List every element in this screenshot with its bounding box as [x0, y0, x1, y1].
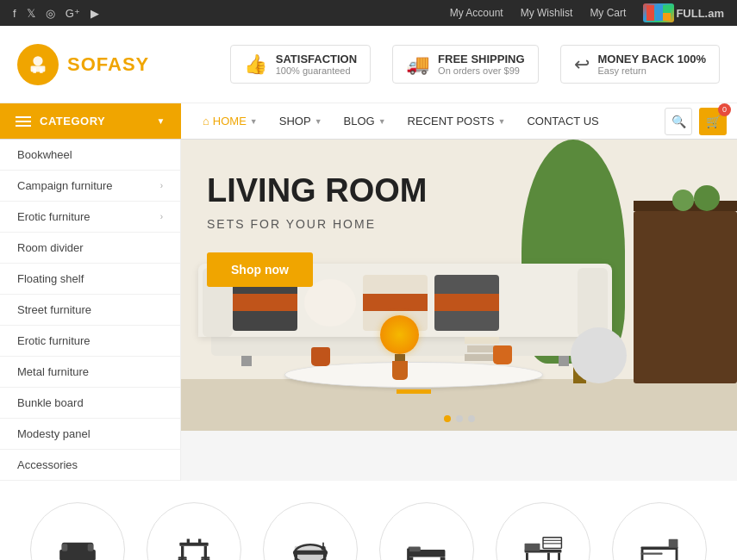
cat-bed-room[interactable]: BED ROOM — [254, 502, 366, 560]
sidebar-label-campaign: Campaign furniture — [17, 179, 113, 192]
pillow-3-stripe — [363, 294, 428, 311]
svg-rect-14 — [179, 543, 208, 546]
sidebar-label-erotic1: Erotic furniture — [17, 210, 91, 223]
cat-office[interactable]: OFFICE — [603, 502, 715, 560]
nav-shop-caret: ▼ — [315, 117, 322, 126]
svg-rect-3 — [663, 13, 671, 21]
svg-rect-28 — [295, 552, 297, 561]
pillow-4 — [434, 275, 499, 331]
cat-bath-room[interactable]: BATH ROOM — [371, 502, 483, 560]
feature-moneyback-title: MONEY BACK 100% — [598, 53, 706, 65]
sidebar-label-metal: Metal furniture — [17, 365, 89, 378]
dot-1[interactable] — [444, 415, 451, 422]
svg-rect-47 — [641, 550, 644, 560]
bg-cabinet — [634, 211, 737, 383]
nav-home[interactable]: ⌂ HOME ▼ — [194, 103, 266, 140]
sidebar-item-bookwheel[interactable]: Bookwheel — [0, 140, 180, 171]
cat-dining-room[interactable]: DINING ROOM — [138, 502, 250, 560]
cat-circle-dining — [147, 502, 241, 560]
dot-2[interactable] — [456, 415, 463, 422]
hero-title: LIVING ROOM — [207, 174, 427, 207]
feature-satisfaction-text: SATISFACTION 100% guaranteed — [276, 53, 357, 76]
svg-rect-41 — [547, 553, 550, 560]
big-pot — [571, 327, 627, 383]
category-button[interactable]: CATEGORY ▼ — [0, 103, 181, 139]
feature-shipping-title: FREE SHIPPING — [438, 53, 524, 65]
svg-rect-5 — [31, 65, 46, 72]
sidebar-item-accessories[interactable]: Accessories — [0, 450, 180, 481]
sidebar-label-modesty: Modesty panel — [17, 427, 91, 440]
my-wishlist-link[interactable]: My Wishlist — [521, 7, 573, 19]
svg-rect-31 — [322, 543, 324, 550]
full-logo-text: FULL.am — [676, 7, 724, 20]
svg-rect-46 — [669, 539, 678, 548]
gplus-icon[interactable]: G⁺ — [66, 7, 80, 20]
cat-class-room[interactable]: CLASS ROOM — [487, 502, 599, 560]
my-cart-link[interactable]: My Cart — [590, 7, 626, 19]
hero-subtitle: SETS FOR YOUR HOME — [207, 217, 427, 231]
cat-circle-living — [30, 502, 125, 560]
facebook-icon[interactable]: f — [13, 7, 16, 20]
main-content: Bookwheel Campaign furniture › Erotic fu… — [0, 140, 737, 481]
nav-right: 🔍 🛒 0 — [654, 103, 737, 139]
header: SOFASY 👍 SATISFACTION 100% guaranteed 🚚 … — [0, 26, 737, 103]
book-1 — [465, 337, 499, 344]
nav-blog[interactable]: BLOG ▼ — [335, 103, 395, 140]
cart-badge: 0 — [718, 103, 731, 116]
cat-living-room[interactable]: LIVING ROOM — [22, 502, 134, 560]
sidebar-item-bunkle[interactable]: Bunkle board — [0, 388, 180, 419]
sidebar-item-campaign[interactable]: Campaign furniture › — [0, 171, 180, 202]
home-icon: ⌂ — [203, 115, 209, 128]
svg-rect-33 — [409, 546, 421, 551]
svg-rect-18 — [198, 539, 201, 544]
cart-button[interactable]: 🛒 0 — [699, 108, 727, 135]
search-button[interactable]: 🔍 — [665, 108, 692, 135]
nav-blog-label: BLOG — [344, 115, 375, 128]
sidebar-item-erotic2[interactable]: Erotic furniture — [0, 326, 180, 357]
sidebar-item-erotic1[interactable]: Erotic furniture › — [0, 202, 180, 233]
svg-rect-0 — [646, 5, 654, 21]
coffee-table — [284, 362, 543, 388]
thumbsup-icon: 👍 — [244, 53, 267, 76]
feature-satisfaction-title: SATISFACTION — [276, 53, 357, 65]
svg-rect-42 — [543, 538, 561, 549]
my-account-link[interactable]: My Account — [450, 7, 503, 19]
orange-progress-bar — [397, 389, 431, 394]
full-logo: FULL.am — [643, 3, 724, 22]
nav-bar: CATEGORY ▼ ⌂ HOME ▼ SHOP ▼ BLOG ▼ RECENT… — [0, 103, 737, 140]
social-links: f 𝕏 ◎ G⁺ ▶ — [13, 7, 99, 20]
youtube-icon[interactable]: ▶ — [91, 7, 99, 20]
sidebar-item-modesty[interactable]: Modesty panel — [0, 419, 180, 450]
sidebar: Bookwheel Campaign furniture › Erotic fu… — [0, 140, 181, 481]
brand-name: SOFASY — [67, 53, 149, 76]
sidebar-label-bookwheel: Bookwheel — [17, 148, 72, 161]
feature-moneyback: ↩ MONEY BACK 100% Easy return — [560, 45, 720, 84]
sidebar-label-floating: Floating shelf — [17, 272, 84, 285]
sidebar-arrow-erotic1: › — [160, 212, 163, 221]
nav-recent-posts[interactable]: RECENT POSTS ▼ — [399, 103, 515, 140]
dot-3[interactable] — [468, 415, 475, 422]
sidebar-item-street[interactable]: Street furniture — [0, 295, 180, 326]
shop-now-button[interactable]: Shop now — [207, 252, 313, 287]
leg-left — [241, 356, 252, 366]
sidebar-item-floating[interactable]: Floating shelf — [0, 264, 180, 295]
nav-contact-label: CONTACT US — [527, 115, 598, 128]
cat-circle-bed — [263, 502, 358, 560]
nav-shop[interactable]: SHOP ▼ — [271, 103, 331, 140]
sidebar-label-erotic2: Erotic furniture — [17, 334, 91, 347]
nav-contact[interactable]: CONTACT US — [518, 103, 607, 140]
cat-circle-class — [496, 502, 590, 560]
instagram-icon[interactable]: ◎ — [46, 7, 55, 20]
category-circles: LIVING ROOM DINING ROOM — [0, 481, 737, 560]
feature-shipping: 🚚 FREE SHIPPING On orders over $99 — [392, 45, 538, 84]
sidebar-item-room-divider[interactable]: Room divider — [0, 233, 180, 264]
small-plant-2 — [672, 190, 694, 211]
vase-flowers — [380, 315, 419, 354]
svg-rect-27 — [293, 551, 328, 555]
full-logo-box — [643, 3, 674, 22]
svg-rect-29 — [323, 552, 326, 561]
sidebar-item-metal[interactable]: Metal furniture — [0, 357, 180, 388]
svg-rect-7 — [40, 68, 43, 73]
twitter-icon[interactable]: 𝕏 — [27, 7, 35, 20]
nav-home-caret: ▼ — [250, 117, 258, 126]
